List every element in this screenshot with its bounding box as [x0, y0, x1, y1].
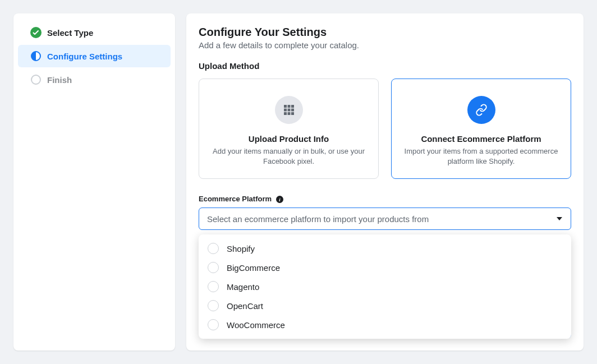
link-icon [467, 96, 495, 124]
option-bigcommerce[interactable]: BigCommerce [199, 258, 571, 277]
platform-dropdown: Shopify BigCommerce Magento OpenCart Woo… [199, 234, 571, 339]
svg-rect-1 [284, 105, 287, 108]
step-label: Select Type [47, 28, 93, 38]
svg-rect-7 [284, 112, 287, 115]
step-label: Configure Settings [47, 52, 122, 61]
option-shopify[interactable]: Shopify [199, 239, 571, 258]
option-opencart[interactable]: OpenCart [199, 296, 571, 315]
card-connect-ecommerce[interactable]: Connect Ecommerce Platform Import your i… [391, 79, 571, 179]
upload-method-cards: Upload Product Info Add your items manua… [199, 79, 571, 179]
step-label: Finish [47, 75, 72, 85]
upload-method-label: Upload Method [199, 61, 571, 71]
chevron-down-icon [556, 214, 563, 224]
option-label: Magento [227, 282, 259, 292]
svg-rect-4 [284, 109, 287, 112]
step-sidebar: Select Type Configure Settings Finish [13, 13, 175, 351]
empty-circle-icon [30, 74, 42, 85]
radio-icon [208, 262, 219, 273]
info-icon[interactable]: i [276, 196, 283, 203]
step-select-type[interactable]: Select Type [18, 21, 171, 44]
svg-rect-9 [291, 112, 294, 115]
card-desc: Import your items from a supported ecomm… [403, 146, 559, 166]
card-title: Connect Ecommerce Platform [403, 134, 559, 144]
svg-rect-3 [291, 105, 294, 108]
svg-rect-6 [291, 109, 294, 112]
page-title: Configure Your Settings [199, 26, 571, 39]
select-placeholder: Select an ecommerce platform to import y… [207, 214, 429, 224]
radio-icon [208, 281, 219, 292]
platform-label: Ecommerce Platform i [199, 195, 571, 203]
option-woocommerce[interactable]: WooCommerce [199, 315, 571, 334]
radio-icon [208, 319, 219, 330]
card-desc: Add your items manually or in bulk, or u… [210, 146, 367, 166]
platform-select[interactable]: Select an ecommerce platform to import y… [199, 208, 571, 230]
radio-icon [208, 243, 219, 254]
svg-rect-8 [287, 112, 290, 115]
grid-icon [275, 96, 303, 124]
svg-rect-5 [287, 109, 290, 112]
step-configure-settings[interactable]: Configure Settings [18, 45, 171, 67]
option-label: BigCommerce [227, 263, 280, 273]
option-magento[interactable]: Magento [199, 277, 571, 296]
page-subtitle: Add a few details to complete your catal… [199, 40, 571, 50]
radio-icon [208, 300, 219, 311]
card-title: Upload Product Info [210, 134, 367, 144]
option-label: OpenCart [227, 301, 263, 311]
option-label: Shopify [227, 244, 255, 254]
card-upload-product-info[interactable]: Upload Product Info Add your items manua… [199, 79, 379, 179]
option-label: WooCommerce [227, 320, 285, 330]
step-finish[interactable]: Finish [18, 68, 171, 91]
check-circle-icon [30, 27, 42, 38]
main-panel: Configure Your Settings Add a few detail… [186, 13, 584, 351]
svg-rect-2 [287, 105, 290, 108]
half-circle-icon [30, 50, 42, 62]
